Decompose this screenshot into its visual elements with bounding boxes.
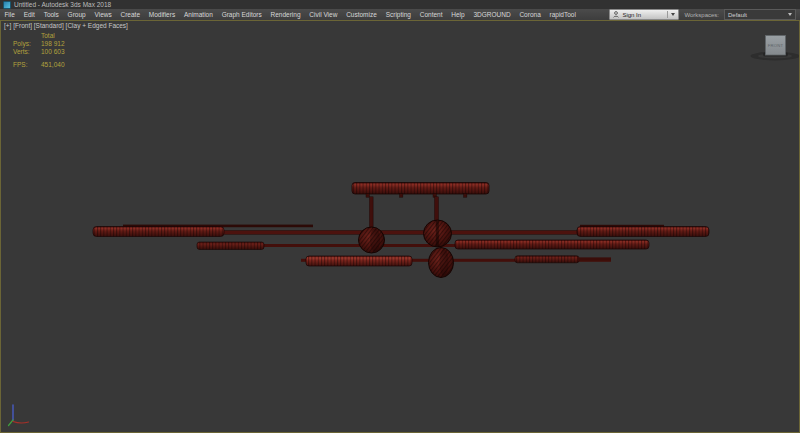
menu-3dground[interactable]: 3DGROUND [469, 11, 515, 18]
viewcube-face-label: FRONT [768, 43, 784, 48]
workspace-select[interactable]: Default [724, 9, 796, 20]
viewport-overlays: FRONT [1, 21, 799, 432]
sign-in-button[interactable]: Sign In [609, 9, 679, 20]
axis-tripod-icon [9, 405, 29, 426]
menu-file[interactable]: File [0, 11, 19, 18]
menu-corona[interactable]: Corona [515, 11, 545, 18]
caret-down-icon[interactable] [671, 13, 675, 16]
menu-scripting[interactable]: Scripting [381, 11, 415, 18]
caret-down-icon [788, 13, 792, 16]
menu-views[interactable]: Views [90, 11, 116, 18]
viewcube[interactable]: FRONT [751, 36, 800, 61]
menu-content[interactable]: Content [415, 11, 447, 18]
menu-rendering[interactable]: Rendering [266, 11, 305, 18]
menubar-right: Sign In Workspaces: Default [609, 9, 800, 20]
menu-graph-editors[interactable]: Graph Editors [217, 11, 266, 18]
user-icon [613, 11, 619, 18]
menu-help[interactable]: Help [447, 11, 469, 18]
divider [667, 11, 668, 18]
menu-items: File Edit Tools Group Views Create Modif… [0, 9, 580, 20]
front-viewport[interactable]: [+] [Front] [Standard] [Clay + Edged Fac… [1, 21, 799, 432]
active-viewport-border: [+] [Front] [Standard] [Clay + Edged Fac… [0, 20, 800, 433]
menu-bar: File Edit Tools Group Views Create Modif… [0, 9, 800, 20]
menu-rapidtool[interactable]: rapidTool [545, 11, 580, 18]
menu-civil-view[interactable]: Civil View [305, 11, 342, 18]
menu-tools[interactable]: Tools [39, 11, 63, 18]
workspaces-label: Workspaces: [684, 12, 719, 18]
menu-create[interactable]: Create [116, 11, 144, 18]
3dsmax-logo-icon [3, 1, 11, 9]
window-title: Untitled - Autodesk 3ds Max 2018 [14, 0, 111, 9]
menu-animation[interactable]: Animation [180, 11, 218, 18]
sign-in-label: Sign In [622, 12, 641, 18]
menu-group[interactable]: Group [63, 11, 90, 18]
menu-edit[interactable]: Edit [19, 11, 39, 18]
menu-modifiers[interactable]: Modifiers [144, 11, 179, 18]
title-bar: Untitled - Autodesk 3ds Max 2018 [0, 0, 800, 9]
menu-customize[interactable]: Customize [342, 11, 382, 18]
3dsmax-window: Untitled - Autodesk 3ds Max 2018 File Ed… [0, 0, 800, 433]
workspace-selected: Default [728, 12, 747, 18]
